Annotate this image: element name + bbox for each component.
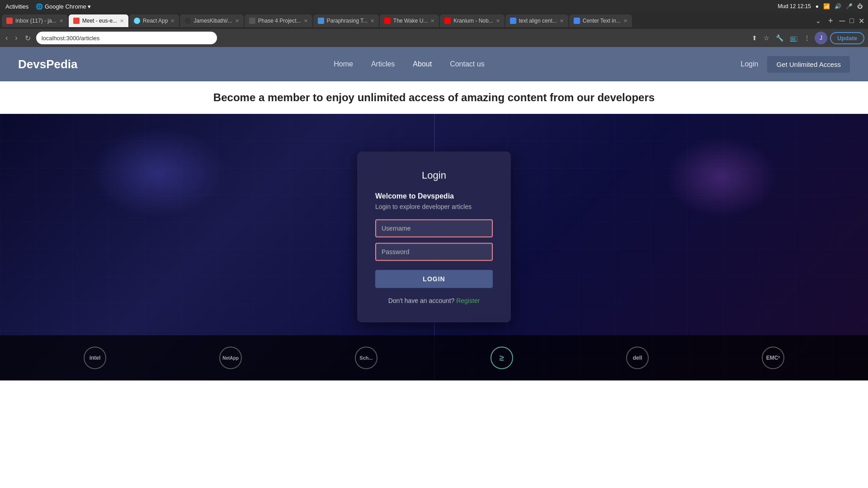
navbar: DevsPedia Home Articles About Contact us… (0, 47, 868, 81)
share-icon[interactable]: ⬆ (750, 33, 759, 43)
modal-title: Login (375, 169, 493, 181)
browser-chrome: Inbox (117) - ja...✕Meet - eus-e...✕Reac… (0, 13, 868, 47)
inbox-favicon (6, 18, 13, 24)
extension-icon[interactable]: 🔧 (774, 33, 785, 43)
close-btn[interactable]: ✕ (857, 15, 866, 27)
browser-tab-centertext[interactable]: Center Text in...✕ (569, 14, 632, 27)
activities-label[interactable]: Activities (5, 3, 28, 10)
forward-btn[interactable]: › (13, 32, 19, 44)
browser-tab-paraphrase[interactable]: Paraphrasing T...✕ (313, 14, 379, 27)
centertext-close-btn[interactable]: ✕ (623, 18, 627, 24)
browser-tab-phase4[interactable]: Phase 4 Project...✕ (245, 14, 312, 27)
list-item: ≥ (491, 347, 513, 369)
textalign-close-btn[interactable]: ✕ (560, 18, 564, 24)
centertext-favicon (574, 18, 580, 24)
settings-icon[interactable]: ⋮ (802, 33, 812, 43)
paraphrase-close-btn[interactable]: ✕ (370, 18, 374, 24)
new-tab-btn[interactable]: + (825, 16, 837, 26)
os-bar: Activities 🌐 Google Chrome ▾ Mud 12 12:1… (0, 0, 868, 13)
meet-favicon (73, 18, 80, 24)
list-item: EMC² (762, 347, 784, 369)
browser-tab-react[interactable]: React App✕ (129, 14, 179, 27)
kranium-close-btn[interactable]: ✕ (496, 18, 500, 24)
nav-links: Home Articles About Contact us (334, 60, 484, 68)
os-bar-left: Activities 🌐 Google Chrome ▾ (5, 3, 91, 10)
os-bar-right: Mud 12 12:15 ● 📶 🔊 🎤 ⏻ (778, 3, 863, 9)
textalign-label: text align cent... (519, 18, 557, 24)
wake-close-btn[interactable]: ✕ (430, 18, 434, 24)
meet-close-btn[interactable]: ✕ (120, 18, 124, 24)
nav-contact[interactable]: Contact us (450, 60, 484, 68)
no-account-text: Don't have an account? (388, 297, 455, 304)
phase4-favicon (249, 18, 255, 24)
tab-bar: Inbox (117) - ja...✕Meet - eus-e...✕Reac… (0, 13, 868, 29)
back-btn[interactable]: ‹ (4, 32, 9, 44)
login-modal: Login Welcome to Devspedia Login to expl… (357, 151, 511, 322)
tab-overflow-btn[interactable]: ⌄ (813, 17, 824, 24)
cast-icon[interactable]: 📺 (788, 33, 799, 43)
nav-articles[interactable]: Articles (371, 60, 395, 68)
username-input[interactable] (375, 219, 493, 237)
login-button[interactable]: LOGIN (375, 270, 493, 288)
inbox-label: Inbox (117) - ja... (15, 18, 57, 24)
nav-home[interactable]: Home (334, 60, 353, 68)
phase4-close-btn[interactable]: ✕ (304, 18, 308, 24)
login-link[interactable]: Login (741, 60, 758, 68)
power-icon: ⏻ (857, 3, 863, 9)
kranium-favicon (444, 18, 451, 24)
nav-about[interactable]: About (413, 60, 432, 68)
welcome-sub: Login to explore developer articles (375, 203, 493, 210)
browser-tab-wake[interactable]: The Wake U...✕ (380, 14, 439, 27)
phase4-label: Phase 4 Project... (258, 18, 301, 24)
react-label: React App (143, 18, 168, 24)
password-input[interactable] (375, 243, 493, 261)
list-item: NetApp (219, 347, 242, 369)
wake-label: The Wake U... (393, 18, 428, 24)
github-favicon (184, 18, 191, 24)
browser-tab-kranium[interactable]: Kranium - Nob...✕ (440, 14, 504, 27)
wifi-icon: 📶 (823, 3, 830, 9)
list-item: intel (84, 347, 106, 369)
logos-bar: intel NetApp Sch... ≥ dell EMC² (0, 335, 868, 380)
bookmark-icon[interactable]: ☆ (762, 33, 771, 43)
inbox-close-btn[interactable]: ✕ (59, 18, 63, 24)
mic-icon: 🎤 (846, 3, 853, 9)
list-item: dell (626, 347, 649, 369)
browser-tab-inbox[interactable]: Inbox (117) - ja...✕ (2, 14, 68, 27)
welcome-heading: Welcome to Devspedia (375, 192, 493, 200)
bg-light-1 (90, 127, 226, 218)
nav-actions: Login Get Unlimited Access (741, 56, 850, 73)
maximize-btn[interactable]: □ (848, 15, 856, 27)
update-button[interactable]: Update (830, 32, 864, 44)
browser-actions: ⬆ ☆ 🔧 📺 ⋮ J Update (750, 32, 864, 44)
datetime-label: Mud 12 12:15 (778, 3, 811, 9)
register-row: Don't have an account? Register (375, 297, 493, 304)
sound-icon: 🔊 (835, 3, 841, 9)
hero-section: Become a member to enjoy unlimited acces… (0, 81, 868, 114)
get-access-button[interactable]: Get Unlimited Access (767, 56, 850, 73)
minimize-btn[interactable]: ─ (838, 14, 847, 28)
wake-favicon (384, 18, 391, 24)
paraphrase-label: Paraphrasing T... (327, 18, 368, 24)
meet-label: Meet - eus-e... (82, 18, 117, 24)
react-close-btn[interactable]: ✕ (170, 18, 175, 24)
reload-btn[interactable]: ↻ (23, 32, 33, 44)
dot-indicator: ● (816, 3, 819, 9)
bg-light-2 (665, 136, 778, 218)
address-bar: ‹ › ↻ ⬆ ☆ 🔧 📺 ⋮ J Update (0, 29, 868, 47)
github-close-btn[interactable]: ✕ (235, 18, 239, 24)
browser-tab-github[interactable]: JamesKibathi/...✕ (180, 14, 243, 27)
register-link[interactable]: Register (456, 297, 480, 304)
browser-tab-meet[interactable]: Meet - eus-e...✕ (69, 14, 128, 27)
nav-logo: DevsPedia (18, 57, 78, 71)
react-favicon (134, 18, 140, 24)
list-item: Sch... (355, 347, 377, 369)
github-label: JamesKibathi/... (193, 18, 232, 24)
browser-tab-textalign[interactable]: text align cent...✕ (505, 14, 568, 27)
textalign-favicon (510, 18, 516, 24)
paraphrase-favicon (318, 18, 324, 24)
address-input[interactable] (36, 32, 217, 44)
centertext-label: Center Text in... (583, 18, 621, 24)
profile-avatar[interactable]: J (815, 32, 827, 44)
app-wrapper: DevsPedia Home Articles About Contact us… (0, 47, 868, 380)
